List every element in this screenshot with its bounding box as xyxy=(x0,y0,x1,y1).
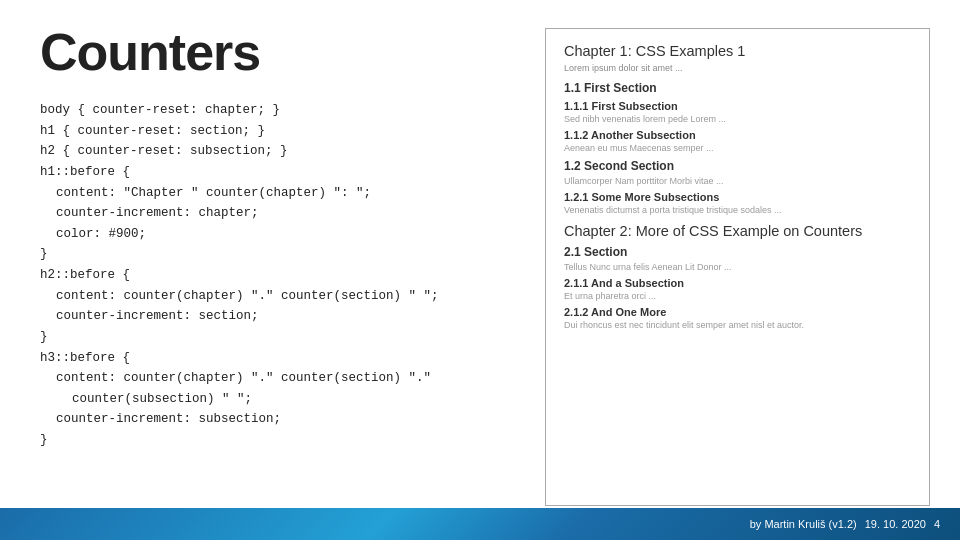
code-line-5: content: "Chapter " counter(chapter) ": … xyxy=(40,183,530,204)
preview-body-7: Dui rhoncus est nec tincidunt elit sempe… xyxy=(564,320,911,330)
preview-body-3: Ullamcorper Nam porttitor Morbi vitae ..… xyxy=(564,176,911,186)
code-block: body { counter-reset: chapter; } h1 { co… xyxy=(40,100,530,451)
code-line-4: h1::before { xyxy=(40,162,530,183)
preview-h2-1-1: 1.1.1 First Subsection xyxy=(564,100,911,112)
code-line-15: counter(subsection) " "; xyxy=(40,389,530,410)
preview-body-6: Et urna pharetra orci ... xyxy=(564,291,911,301)
chapter2-label: Chapter 2: xyxy=(564,223,632,239)
preview-body-2: Aenean eu mus Maecenas semper ... xyxy=(564,143,911,153)
code-line-11: counter-increment: section; xyxy=(40,306,530,327)
lorem-1: Lorem ipsum dolor sit amet ... xyxy=(564,63,911,73)
code-line-2: h1 { counter-reset: section; } xyxy=(40,121,530,142)
code-line-8: } xyxy=(40,244,530,265)
slide-title: Counters xyxy=(40,22,260,82)
preview-h1-2-1: 2.1 Section xyxy=(564,245,911,259)
code-line-10: content: counter(chapter) "." counter(se… xyxy=(40,286,530,307)
preview-h2-2-1b: 2.1.1 And a Subsection xyxy=(564,277,911,289)
footer-bar: by Martin Kruliš (v1.2) 19. 10. 2020 4 xyxy=(0,508,960,540)
footer-page: 4 xyxy=(934,518,940,530)
code-line-13: h3::before { xyxy=(40,348,530,369)
preview-h2-2-2: 2.1.2 And One More xyxy=(564,306,911,318)
preview-body-4: Venenatis dictumst a porta tristique tri… xyxy=(564,205,911,215)
footer-info: by Martin Kruliš (v1.2) 19. 10. 2020 4 xyxy=(750,518,940,530)
preview-body-5: Tellus Nunc urna felis Aenean Lit Donor … xyxy=(564,262,911,272)
chapter1-heading: Chapter 1: CSS Examples 1 xyxy=(564,43,911,59)
footer-date: 19. 10. 2020 xyxy=(865,518,926,530)
preview-h2-2-1: 1.2.1 Some More Subsections xyxy=(564,191,911,203)
preview-h1-1: 1.1 First Section xyxy=(564,81,911,95)
preview-h1-2: 1.2 Second Section xyxy=(564,159,911,173)
chapter1-title: CSS Examples 1 xyxy=(636,43,746,59)
preview-body-1: Sed nibh venenatis lorem pede Lorem ... xyxy=(564,114,911,124)
code-line-3: h2 { counter-reset: subsection; } xyxy=(40,141,530,162)
preview-h2-1-2: 1.1.2 Another Subsection xyxy=(564,129,911,141)
code-line-17: } xyxy=(40,430,530,451)
chapter1-label: Chapter 1: xyxy=(564,43,632,59)
code-line-1: body { counter-reset: chapter; } xyxy=(40,100,530,121)
code-line-14: content: counter(chapter) "." counter(se… xyxy=(40,368,530,389)
code-line-12: } xyxy=(40,327,530,348)
chapter2-heading: Chapter 2: More of CSS Example on Counte… xyxy=(564,223,911,239)
code-line-16: counter-increment: subsection; xyxy=(40,409,530,430)
code-line-6: counter-increment: chapter; xyxy=(40,203,530,224)
chapter2-title: More of CSS Example on Counters xyxy=(636,223,862,239)
preview-panel: Chapter 1: CSS Examples 1 Lorem ipsum do… xyxy=(545,28,930,506)
footer-author: by Martin Kruliš (v1.2) xyxy=(750,518,857,530)
code-line-7: color: #900; xyxy=(40,224,530,245)
code-line-9: h2::before { xyxy=(40,265,530,286)
